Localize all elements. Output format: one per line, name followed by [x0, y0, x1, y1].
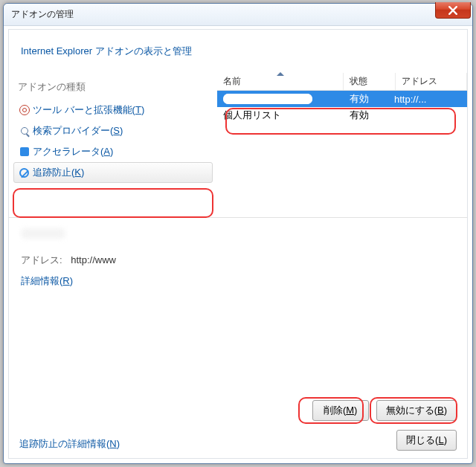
redacted-text	[223, 94, 312, 104]
middle-pane: アドオンの種類 ツール バーと拡張機能(T) 検索プロバイダー(S) アクセラレ…	[9, 73, 467, 218]
sidebar-item-label: ツール バーと拡張機能(T)	[33, 103, 144, 117]
close-window-button[interactable]	[435, 2, 471, 19]
close-button[interactable]: 閉じる(L)	[396, 430, 457, 451]
column-header-name[interactable]: 名前	[217, 73, 344, 90]
sort-ascending-icon	[277, 72, 284, 76]
more-info-link[interactable]: 詳細情報(R)	[21, 274, 73, 288]
redacted-text	[21, 228, 65, 239]
window-title: アドオンの管理	[11, 8, 74, 21]
cell-name	[217, 94, 344, 104]
header-description: Internet Explorer アドオンの表示と管理	[9, 30, 467, 73]
sidebar-item-label: アクセラレータ(A)	[33, 145, 113, 158]
details-address-value: http://www	[71, 254, 116, 265]
dialog-window: アドオンの管理 Internet Explorer アドオンの表示と管理 アドオ…	[3, 3, 473, 464]
list-pane: 名前 状態 アドレス 有効 http://... 個人用リスト 有効	[217, 73, 467, 217]
sidebar-item-accelerators[interactable]: アクセラレータ(A)	[13, 141, 213, 162]
sidebar: アドオンの種類 ツール バーと拡張機能(T) 検索プロバイダー(S) アクセラレ…	[9, 73, 217, 217]
cell-name: 個人用リスト	[217, 109, 344, 122]
titlebar[interactable]: アドオンの管理	[4, 4, 472, 26]
sidebar-title: アドオンの種類	[18, 80, 208, 94]
footer: 削除(M) 無効にする(B) 追跡防止の詳細情報(N) 閉じる(L)	[9, 429, 467, 458]
sidebar-item-label: 検索プロバイダー(S)	[33, 124, 123, 138]
gear-icon	[19, 105, 30, 116]
tracking-protection-info-link[interactable]: 追跡防止の詳細情報(N)	[19, 438, 120, 449]
action-buttons: 削除(M) 無効にする(B)	[312, 400, 457, 421]
list-row[interactable]: 個人用リスト 有効	[217, 107, 467, 123]
header-link-text[interactable]: Internet Explorer アドオンの表示と管理	[21, 45, 192, 57]
sidebar-item-search-providers[interactable]: 検索プロバイダー(S)	[13, 120, 213, 141]
close-icon	[448, 6, 457, 15]
sidebar-item-tracking-protection[interactable]: 追跡防止(K)	[13, 162, 213, 183]
cell-status: 有効	[344, 92, 388, 106]
list-header: 名前 状態 アドレス	[217, 73, 467, 91]
details-address-label: アドレス:	[21, 254, 62, 265]
disable-button[interactable]: 無効にする(B)	[376, 400, 457, 421]
details-pane: アドレス: http://www 詳細情報(R)	[9, 218, 467, 426]
details-address-row: アドレス: http://www	[21, 254, 455, 267]
block-icon	[19, 167, 30, 178]
delete-button[interactable]: 削除(M)	[312, 400, 369, 421]
cell-status: 有効	[344, 109, 388, 122]
sidebar-item-label: 追跡防止(K)	[33, 166, 84, 179]
cell-address: http://...	[388, 94, 467, 105]
column-header-address[interactable]: アドレス	[396, 73, 467, 90]
accelerator-icon	[19, 146, 30, 158]
content-area: Internet Explorer アドオンの表示と管理 アドオンの種類 ツール…	[8, 29, 468, 459]
column-header-status[interactable]: 状態	[344, 73, 396, 90]
search-icon	[19, 126, 30, 137]
sidebar-item-toolbars[interactable]: ツール バーと拡張機能(T)	[13, 100, 213, 120]
list-row[interactable]: 有効 http://...	[217, 91, 467, 107]
